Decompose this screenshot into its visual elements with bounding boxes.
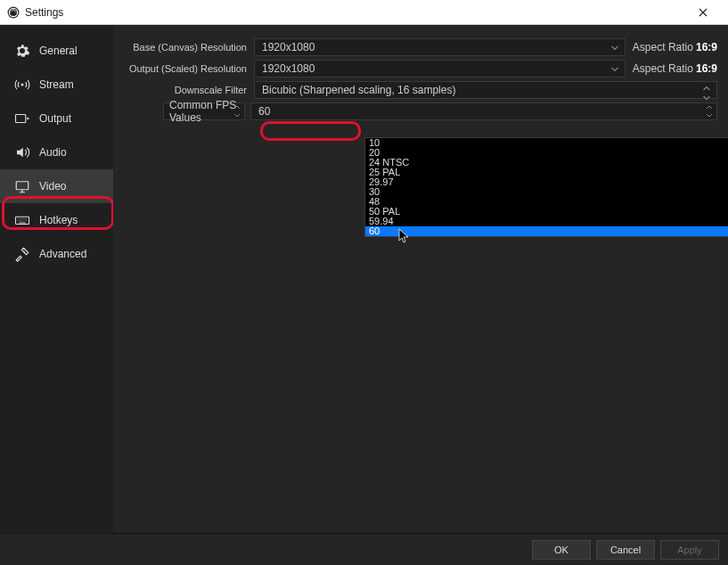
broadcast-icon: [12, 77, 32, 93]
sidebar-item-advanced[interactable]: Advanced: [0, 237, 113, 271]
sidebar-item-video[interactable]: Video: [0, 169, 113, 203]
main-panel: Base (Canvas) Resolution 1920x1080 Aspec…: [113, 25, 728, 533]
output-icon: [12, 111, 32, 127]
apply-button[interactable]: Apply: [660, 540, 719, 560]
close-button[interactable]: [685, 1, 721, 24]
spinner-icon: [700, 84, 713, 96]
base-resolution-value: 1920x1080: [262, 41, 315, 53]
monitor-icon: [12, 178, 32, 194]
close-icon: [699, 8, 708, 17]
downscale-filter-label: Downscale Filter: [124, 85, 254, 95]
ok-button[interactable]: OK: [532, 540, 591, 560]
output-aspect-ratio: Aspect Ratio 16:9: [633, 62, 717, 75]
chevron-down-icon: [609, 62, 621, 75]
sidebar-item-label: Video: [39, 180, 66, 192]
output-resolution-label: Output (Scaled) Resolution: [124, 63, 254, 74]
fps-option[interactable]: 25 PAL: [365, 168, 728, 177]
svg-rect-5: [16, 182, 29, 190]
spinner-icon: [232, 103, 242, 119]
window-title: Settings: [25, 6, 63, 19]
output-resolution-value: 1920x1080: [262, 62, 315, 75]
audio-icon: [12, 144, 32, 160]
sidebar-item-label: Advanced: [39, 248, 86, 260]
annotation-highlight-fps: [260, 121, 361, 141]
base-aspect-ratio: Aspect Ratio 16:9: [633, 41, 717, 53]
downscale-filter-value: Bicubic (Sharpened scaling, 16 samples): [262, 84, 455, 96]
fps-value-select[interactable]: 60: [250, 102, 717, 120]
sidebar-item-label: General: [39, 45, 78, 57]
obs-logo-icon: [7, 6, 20, 19]
fps-type-value: Common FPS Values: [169, 99, 239, 124]
fps-type-select[interactable]: Common FPS Values: [163, 102, 245, 120]
svg-point-3: [21, 84, 24, 86]
titlebar: Settings: [0, 0, 728, 25]
settings-window: Settings General Stream Output Audio: [0, 0, 728, 565]
keyboard-icon: [12, 212, 32, 228]
fps-dropdown-list: 10 20 24 NTSC 25 PAL 29.97 30 48 50 PAL …: [364, 137, 728, 237]
fps-option[interactable]: 20: [365, 148, 728, 158]
fps-value: 60: [258, 105, 270, 118]
sidebar-item-label: Output: [39, 112, 71, 125]
fps-option[interactable]: 59.94: [365, 217, 728, 226]
gear-icon: [12, 43, 32, 59]
fps-option[interactable]: 48: [365, 197, 728, 207]
sidebar: General Stream Output Audio Video Hotkey…: [0, 25, 113, 533]
sidebar-item-label: Stream: [39, 78, 74, 91]
fps-option[interactable]: 50 PAL: [365, 207, 728, 217]
sidebar-item-label: Hotkeys: [39, 214, 78, 226]
svg-rect-4: [16, 115, 26, 123]
fps-option[interactable]: 60: [365, 226, 728, 236]
tools-icon: [12, 246, 32, 262]
fps-option[interactable]: 24 NTSC: [365, 158, 728, 168]
sidebar-item-label: Audio: [39, 146, 67, 159]
fps-option[interactable]: 30: [365, 187, 728, 197]
fps-option[interactable]: 29.97: [365, 177, 728, 187]
downscale-filter-select[interactable]: Bicubic (Sharpened scaling, 16 samples): [254, 81, 717, 99]
sidebar-item-stream[interactable]: Stream: [0, 68, 113, 102]
base-resolution-label: Base (Canvas) Resolution: [124, 42, 254, 53]
chevron-down-icon: [609, 41, 621, 53]
spinner-icon: [704, 103, 715, 119]
dialog-footer: OK Cancel Apply: [0, 533, 728, 565]
sidebar-item-hotkeys[interactable]: Hotkeys: [0, 203, 113, 237]
output-resolution-select[interactable]: 1920x1080: [254, 60, 626, 78]
cancel-button[interactable]: Cancel: [596, 540, 655, 560]
sidebar-item-general[interactable]: General: [0, 34, 113, 68]
sidebar-item-output[interactable]: Output: [0, 102, 113, 135]
fps-option[interactable]: 10: [365, 138, 728, 148]
sidebar-item-audio[interactable]: Audio: [0, 135, 113, 169]
base-resolution-select[interactable]: 1920x1080: [254, 38, 626, 56]
